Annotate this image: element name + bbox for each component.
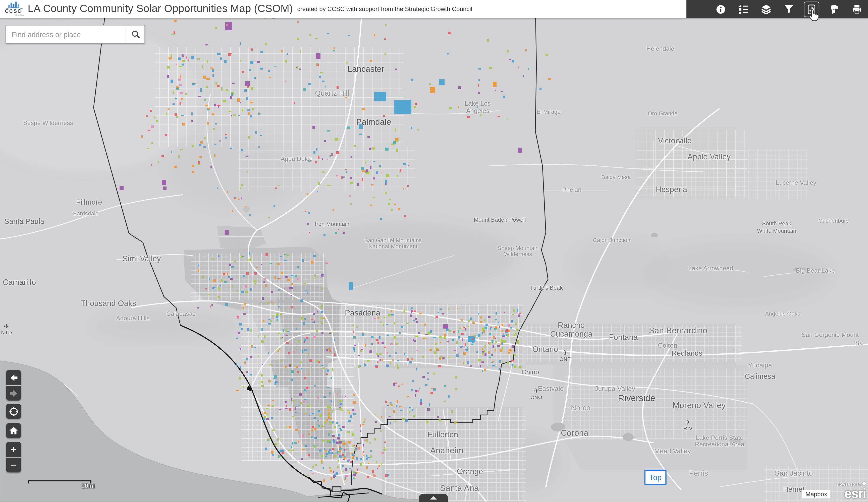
- parcel: [361, 167, 364, 170]
- parcel: [489, 342, 491, 345]
- parcel: [327, 387, 330, 388]
- parcel: [214, 104, 216, 106]
- parcel: [308, 353, 309, 355]
- zoom-in-button[interactable]: +: [6, 442, 21, 457]
- parcel: [252, 108, 254, 110]
- parcel: [337, 86, 339, 88]
- parcel: [278, 278, 280, 279]
- locate-button[interactable]: [6, 404, 21, 419]
- parcel: [272, 315, 273, 317]
- chart-button[interactable]: [800, 0, 823, 18]
- parcel: [427, 408, 430, 411]
- parcel: [207, 122, 209, 125]
- search-button[interactable]: [126, 25, 144, 43]
- legend-button[interactable]: [732, 0, 754, 18]
- parcel: [242, 71, 244, 73]
- parcel: [333, 456, 334, 458]
- parcel: [390, 422, 391, 425]
- parcel: [295, 275, 297, 277]
- print-button[interactable]: [845, 0, 868, 18]
- zoom-out-button[interactable]: −: [6, 458, 21, 473]
- parcel: [275, 443, 277, 446]
- parcel: [439, 336, 442, 338]
- parcel: [371, 312, 374, 314]
- parcel: [258, 335, 259, 337]
- parcel: [210, 67, 213, 69]
- parcel: [208, 108, 209, 109]
- parcel: [275, 188, 277, 189]
- parcel: [308, 160, 311, 161]
- home-button[interactable]: [6, 423, 21, 438]
- parcel: [451, 410, 453, 412]
- parcel: [313, 336, 316, 338]
- parcel: [240, 187, 241, 189]
- parcel: [198, 161, 200, 164]
- parcel: [499, 326, 500, 328]
- parcel: [220, 57, 222, 60]
- parcel: [497, 345, 500, 347]
- parcel: [266, 408, 268, 409]
- parcel: [367, 475, 369, 478]
- parcel: [274, 375, 277, 378]
- parcel: [218, 287, 220, 290]
- parcel: [278, 185, 280, 186]
- parcel: [332, 209, 334, 211]
- previous-extent-button[interactable]: [6, 370, 21, 385]
- parcel: [396, 149, 398, 151]
- mapbox-attribution[interactable]: Mapbox: [802, 490, 830, 499]
- next-extent-button[interactable]: [6, 386, 21, 400]
- search-input[interactable]: [6, 25, 126, 43]
- parcel: [291, 378, 293, 381]
- parcel: [241, 291, 244, 293]
- info-button[interactable]: [709, 0, 732, 18]
- parcel: [502, 324, 503, 326]
- parcel: [227, 273, 228, 275]
- parcel: [371, 455, 372, 458]
- parcel: [349, 195, 350, 197]
- parcel: [318, 396, 319, 399]
- parcel: [254, 283, 256, 284]
- attribution-expander[interactable]: [419, 494, 448, 502]
- parcel: [242, 256, 244, 257]
- parcel: [309, 359, 312, 362]
- parcel: [375, 366, 378, 368]
- parcel: [241, 109, 244, 112]
- layers-button[interactable]: [754, 0, 777, 18]
- parcel: [493, 345, 494, 347]
- parcel: [242, 275, 245, 277]
- bookmark-button[interactable]: [823, 0, 845, 18]
- parcel: [337, 394, 338, 395]
- parcel: [368, 314, 370, 316]
- parcel: [346, 62, 348, 63]
- parcel: [240, 60, 241, 62]
- parcel: [325, 86, 326, 87]
- parcel: [406, 419, 407, 422]
- parcel: [315, 464, 317, 466]
- parcel: [517, 342, 519, 344]
- parcel: [502, 347, 503, 350]
- parcel: [307, 405, 310, 407]
- filter-button[interactable]: [777, 0, 800, 18]
- parcel: [180, 98, 182, 100]
- parcel: [444, 401, 446, 402]
- parcel: [497, 116, 500, 117]
- parcel: [414, 341, 416, 342]
- parcel: [438, 349, 439, 351]
- map-canvas[interactable]: LancasterQuartz HillPalmdaleLake Los Ang…: [0, 0, 868, 502]
- parcel: [508, 330, 510, 332]
- parcel: [245, 206, 246, 208]
- parcel: [387, 474, 389, 476]
- parcel: [495, 90, 496, 91]
- parcel: [278, 333, 280, 334]
- parcel: [496, 312, 497, 315]
- parcel: [448, 357, 450, 358]
- parcel: [312, 126, 315, 129]
- parcel: [478, 334, 480, 337]
- top-button[interactable]: Top: [644, 470, 666, 485]
- parcel: [276, 316, 278, 318]
- parcel: [318, 182, 320, 185]
- parcel: [237, 98, 240, 102]
- parcel: [482, 362, 484, 363]
- parcel: [198, 264, 199, 266]
- parcel: [178, 57, 181, 60]
